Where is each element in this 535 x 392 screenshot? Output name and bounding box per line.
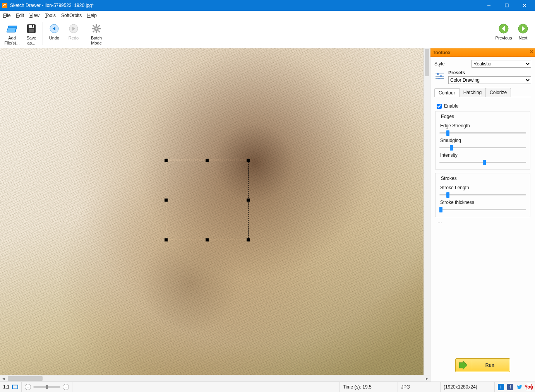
add-files-icon (6, 22, 18, 35)
handle-bot-left[interactable] (165, 238, 168, 241)
redo-button[interactable]: Redo (65, 22, 82, 41)
undo-icon (48, 22, 60, 35)
previous-button[interactable]: Previous (495, 22, 513, 41)
enable-label: Enable (444, 103, 458, 109)
handle-top-mid[interactable] (206, 159, 209, 162)
stroke-length-slider[interactable] (439, 191, 526, 198)
image-canvas[interactable] (0, 48, 424, 375)
batch-mode-button[interactable]: Batch Mode (87, 22, 105, 45)
intensity-label: Intensity (440, 152, 527, 158)
zoom-slider[interactable] (33, 386, 60, 388)
stroke-length-label: Stroke Length (440, 185, 527, 190)
scroll-right-icon[interactable]: ▸ (424, 375, 430, 382)
titlebar: Sketch Drawer - lion-5799523_1920.jpg* (0, 0, 535, 11)
svg-rect-8 (29, 25, 34, 28)
selection-marquee[interactable] (166, 160, 249, 240)
maximize-button[interactable] (498, 0, 516, 11)
edges-group: Edges Edge Strength Smudging Intensity (435, 111, 530, 170)
handle-bot-mid[interactable] (206, 238, 209, 241)
presets-select[interactable]: Color Drawing (448, 76, 531, 84)
toolbox-header: Toolbox ✕ (430, 48, 535, 57)
zoom-in-button[interactable]: + (63, 384, 69, 390)
svg-rect-2 (505, 4, 508, 7)
edge-strength-slider[interactable] (439, 129, 526, 136)
zoom-out-button[interactable]: − (25, 384, 31, 390)
handle-mid-right[interactable] (247, 199, 250, 202)
menu-file[interactable]: File (3, 13, 10, 18)
gear-icon (90, 22, 103, 35)
svg-line-20 (98, 25, 100, 27)
redo-icon (67, 22, 80, 35)
intensity-slider[interactable] (439, 159, 526, 166)
next-button[interactable]: Next (514, 22, 532, 41)
previous-icon (497, 22, 510, 35)
facebook-icon[interactable]: f (507, 384, 513, 390)
toolbox-panel: Toolbox ✕ Style Realistic Presets Color … (430, 48, 535, 382)
youtube-icon[interactable]: You (526, 384, 532, 390)
style-select[interactable]: Realistic (472, 60, 531, 68)
vertical-scrollbar[interactable] (424, 48, 430, 375)
status-time: Time (s): 19.5 (340, 382, 398, 392)
stroke-thickness-slider[interactable] (439, 206, 526, 213)
toolbox-close-icon[interactable]: ✕ (530, 49, 533, 55)
menu-softorbits[interactable]: SoftOrbits (61, 13, 82, 18)
stroke-thickness-label: Stroke thickness (440, 200, 527, 205)
handle-bot-right[interactable] (247, 238, 250, 241)
svg-rect-0 (2, 3, 7, 8)
horizontal-scrollbar[interactable]: ◂ ▸ (0, 375, 430, 382)
close-button[interactable] (516, 0, 533, 11)
style-label: Style (434, 61, 469, 67)
fit-screen-icon[interactable] (12, 385, 18, 389)
svg-line-21 (93, 31, 94, 32)
menu-help[interactable]: Help (87, 13, 97, 18)
save-as-button[interactable]: Save as... (22, 22, 40, 45)
toolbar: Add File(s)... Save as... Undo Redo Batc… (0, 20, 535, 48)
more-indicator: ⋯ (435, 220, 530, 226)
save-icon (25, 22, 38, 35)
strokes-group: Strokes Stroke Length Stroke thickness (435, 173, 530, 217)
menu-view[interactable]: View (29, 13, 39, 18)
menubar: File Edit View Tools SoftOrbits Help (0, 11, 535, 20)
tab-contour[interactable]: Contour (434, 88, 460, 97)
add-files-button[interactable]: Add File(s)... (3, 22, 21, 45)
svg-line-18 (93, 25, 94, 27)
undo-button[interactable]: Undo (45, 22, 63, 41)
menu-edit[interactable]: Edit (16, 13, 24, 18)
edge-strength-label: Edge Strength (440, 123, 527, 128)
handle-mid-left[interactable] (165, 199, 168, 202)
enable-checkbox[interactable] (437, 104, 442, 109)
smudging-label: Smudging (440, 138, 527, 143)
status-format: JPG (398, 382, 441, 392)
toolbox-tabs: Contour Hatching Colorize (434, 88, 531, 97)
svg-rect-29 (440, 75, 442, 77)
svg-marker-6 (7, 27, 16, 32)
tab-hatching[interactable]: Hatching (459, 88, 486, 97)
statusbar: 1:1 − + Time (s): 19.5 JPG (1920x1280x24… (0, 382, 535, 392)
presets-label: Presets (448, 70, 531, 75)
run-icon (458, 360, 468, 370)
smudging-slider[interactable] (439, 144, 526, 151)
svg-rect-9 (29, 29, 34, 33)
svg-rect-10 (32, 25, 33, 27)
svg-line-19 (98, 31, 100, 32)
scroll-left-icon[interactable]: ◂ (0, 375, 7, 382)
zoom-ratio[interactable]: 1:1 (0, 382, 22, 392)
handle-top-left[interactable] (165, 159, 168, 162)
handle-top-right[interactable] (247, 159, 250, 162)
twitter-icon[interactable] (516, 384, 523, 390)
run-button[interactable]: Run (455, 358, 510, 372)
svg-point-22 (96, 28, 98, 30)
tab-colorize[interactable]: Colorize (485, 88, 511, 97)
menu-tools[interactable]: Tools (45, 13, 56, 18)
status-dimensions: (1920x1280x24) (441, 382, 495, 392)
svg-rect-28 (437, 73, 439, 75)
window-title: Sketch Drawer - lion-5799523_1920.jpg* (10, 3, 480, 8)
presets-icon (434, 71, 445, 82)
info-icon[interactable]: i (498, 384, 504, 390)
zoom-control[interactable]: − + (22, 382, 72, 392)
app-icon (2, 2, 8, 9)
minimize-button[interactable] (480, 0, 498, 11)
next-icon (517, 22, 529, 35)
svg-rect-30 (438, 78, 440, 79)
